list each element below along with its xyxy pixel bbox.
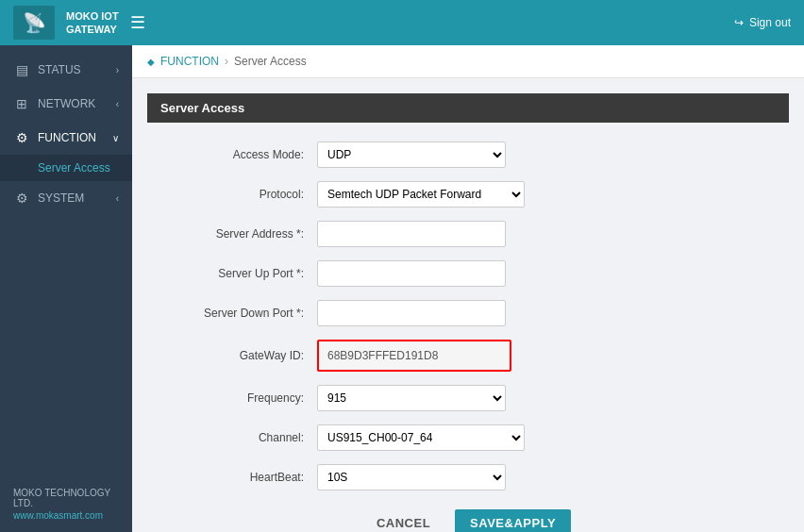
button-row: CANCEL SAVE&APPLY bbox=[166, 509, 770, 532]
main-content: ◆ FUNCTION › Server Access Server Access… bbox=[132, 45, 804, 532]
sidebar-item-label-status: STATUS bbox=[38, 63, 81, 76]
frequency-label: Frequency: bbox=[166, 391, 317, 405]
form-container: Access Mode: UDP TCP Protocol: Semtech U… bbox=[147, 141, 789, 532]
sidebar-item-network[interactable]: ⊞ NETWORK ‹ bbox=[0, 87, 132, 121]
layout: ▤ STATUS › ⊞ NETWORK ‹ ⚙ FUNCTION ∨ Serv… bbox=[0, 45, 804, 532]
network-arrow: ‹ bbox=[116, 99, 119, 109]
logo-line2: GATEWAY bbox=[66, 23, 119, 36]
access-mode-label: Access Mode: bbox=[166, 148, 317, 161]
sidebar-item-status[interactable]: ▤ STATUS › bbox=[0, 53, 132, 87]
signout-button[interactable]: ↪ Sign out bbox=[734, 16, 791, 29]
channel-row: Channel: US915_CH00-07_64 bbox=[166, 424, 770, 451]
channel-label: Channel: bbox=[166, 431, 317, 444]
logo-text: MOKO IOT GATEWAY bbox=[66, 9, 119, 37]
sidebar: ▤ STATUS › ⊞ NETWORK ‹ ⚙ FUNCTION ∨ Serv… bbox=[0, 45, 132, 532]
frequency-select[interactable]: 915 868 bbox=[317, 385, 506, 411]
breadcrumb-separator: › bbox=[225, 55, 228, 68]
hamburger-button[interactable]: ☰ bbox=[130, 12, 145, 33]
access-mode-row: Access Mode: UDP TCP bbox=[166, 141, 770, 168]
signout-icon: ↪ bbox=[734, 16, 744, 29]
sidebar-item-label-network: NETWORK bbox=[38, 97, 95, 110]
breadcrumb: ◆ FUNCTION › Server Access bbox=[132, 45, 804, 78]
logo-line1: MOKO IOT bbox=[66, 9, 119, 23]
logo-icon: 📡 bbox=[23, 11, 46, 34]
logo-box: 📡 bbox=[13, 6, 55, 40]
frequency-row: Frequency: 915 868 bbox=[166, 385, 770, 411]
gateway-id-label: GateWay ID: bbox=[166, 349, 317, 362]
footer-company: MOKO TECHNOLOGY LTD. bbox=[13, 488, 119, 508]
protocol-select[interactable]: Semtech UDP Packet Forward bbox=[317, 181, 525, 208]
section-title: Server Access bbox=[160, 101, 244, 115]
save-apply-button[interactable]: SAVE&APPLY bbox=[455, 509, 571, 532]
content-area: Server Access Access Mode: UDP TCP Proto… bbox=[132, 78, 804, 532]
sidebar-nav: ▤ STATUS › ⊞ NETWORK ‹ ⚙ FUNCTION ∨ Serv… bbox=[0, 45, 132, 215]
sidebar-item-system[interactable]: ⚙ SYSTEM ‹ bbox=[0, 181, 132, 215]
heartbeat-row: HeartBeat: 10S 30S 60S bbox=[166, 464, 770, 490]
server-up-port-row: Server Up Port *: bbox=[166, 260, 770, 287]
gateway-id-row: GateWay ID: bbox=[166, 340, 770, 372]
footer-link[interactable]: www.mokasmart.com bbox=[13, 510, 119, 521]
sidebar-item-label-system: SYSTEM bbox=[38, 191, 84, 205]
server-address-label: Server Address *: bbox=[166, 227, 317, 241]
server-up-port-label: Server Up Port *: bbox=[166, 267, 317, 280]
gateway-id-input[interactable] bbox=[320, 342, 509, 369]
breadcrumb-current: Server Access bbox=[234, 55, 307, 68]
protocol-row: Protocol: Semtech UDP Packet Forward bbox=[166, 181, 770, 208]
section-header: Server Access bbox=[147, 93, 789, 123]
function-icon: ⚙ bbox=[13, 130, 30, 145]
channel-select[interactable]: US915_CH00-07_64 bbox=[317, 424, 525, 451]
gateway-id-highlight bbox=[317, 340, 511, 372]
system-arrow: ‹ bbox=[116, 193, 119, 204]
access-mode-select[interactable]: UDP TCP bbox=[317, 141, 506, 168]
status-arrow: › bbox=[116, 65, 119, 75]
server-address-row: Server Address *: bbox=[166, 221, 770, 247]
sidebar-subitem-label: Server Access bbox=[38, 161, 110, 175]
sidebar-subitem-server-access[interactable]: Server Access bbox=[0, 155, 132, 181]
signout-label: Sign out bbox=[749, 16, 791, 29]
topbar-left: 📡 MOKO IOT GATEWAY ☰ bbox=[13, 6, 145, 40]
breadcrumb-parent[interactable]: FUNCTION bbox=[160, 55, 219, 68]
server-address-input[interactable] bbox=[317, 221, 506, 247]
breadcrumb-arrow: ◆ bbox=[147, 57, 155, 67]
heartbeat-select[interactable]: 10S 30S 60S bbox=[317, 464, 506, 490]
topbar: 📡 MOKO IOT GATEWAY ☰ ↪ Sign out bbox=[0, 0, 804, 45]
server-down-port-row: Server Down Port *: bbox=[166, 300, 770, 326]
status-icon: ▤ bbox=[13, 62, 30, 77]
sidebar-footer: MOKO TECHNOLOGY LTD. www.mokasmart.com bbox=[0, 476, 132, 532]
server-down-port-label: Server Down Port *: bbox=[166, 307, 317, 320]
cancel-button[interactable]: CANCEL bbox=[365, 510, 442, 532]
protocol-label: Protocol: bbox=[166, 188, 317, 201]
sidebar-item-function[interactable]: ⚙ FUNCTION ∨ bbox=[0, 121, 132, 155]
server-up-port-input[interactable] bbox=[317, 260, 506, 287]
server-down-port-input[interactable] bbox=[317, 300, 506, 326]
function-arrow: ∨ bbox=[112, 133, 119, 143]
sidebar-item-label-function: FUNCTION bbox=[38, 131, 96, 144]
heartbeat-label: HeartBeat: bbox=[166, 471, 317, 484]
network-icon: ⊞ bbox=[13, 96, 30, 111]
system-icon: ⚙ bbox=[13, 191, 30, 206]
